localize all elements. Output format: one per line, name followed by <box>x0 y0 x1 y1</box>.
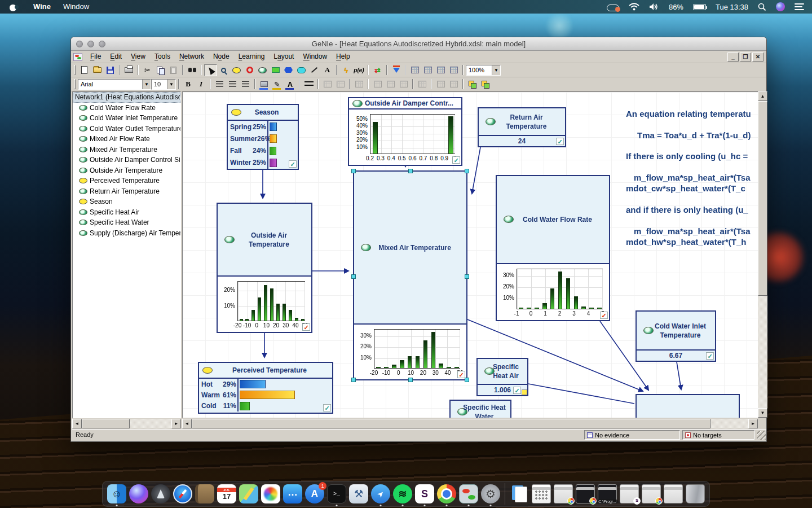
dock-appstore-icon[interactable]: 1 <box>305 484 324 503</box>
node-return-air-temperature[interactable]: Return Air Temperature 24 ✓ <box>478 107 566 147</box>
dock-thumb-dark[interactable] <box>576 484 595 503</box>
copy-icon[interactable] <box>154 64 167 76</box>
dock-siri-icon[interactable] <box>129 484 148 503</box>
canvas-hscrollbar[interactable]: ◄ ► <box>182 419 758 428</box>
subnetwork-icon-4[interactable] <box>447 64 460 76</box>
apple-menu-icon[interactable] <box>9 3 17 11</box>
selection-handle[interactable] <box>351 378 356 382</box>
utility-node-tool-icon[interactable] <box>282 64 295 76</box>
probability-evidence-icon[interactable]: p(e) <box>352 64 365 76</box>
menu-help[interactable]: Help <box>332 51 355 63</box>
align-nodes-icon[interactable] <box>321 78 334 90</box>
dock-genie-icon[interactable] <box>459 484 478 503</box>
subnetwork-icon-1[interactable] <box>408 64 421 76</box>
dock-safari-icon[interactable] <box>173 484 192 503</box>
dock-spotify-icon[interactable] <box>393 484 412 503</box>
arc-tool-icon[interactable] <box>308 64 321 76</box>
scroll-left-button[interactable]: ◄ <box>182 419 192 428</box>
equation-node-tool-icon[interactable] <box>256 64 269 76</box>
node-outside-air-damper-control[interactable]: Outside Air Damper Contr... 0.20.30.40.5… <box>348 97 462 166</box>
update-check-icon[interactable]: ✓ <box>513 387 521 394</box>
selection-handle[interactable] <box>351 274 356 279</box>
dropdown-arrow-icon[interactable]: ▼ <box>167 80 175 89</box>
dropdown-arrow-icon[interactable]: ▼ <box>142 80 151 89</box>
update-check-icon[interactable]: ✓ <box>452 156 460 164</box>
siri-icon[interactable] <box>776 2 785 11</box>
selection-handle[interactable] <box>465 169 469 173</box>
pen-color-icon[interactable]: ✎ <box>271 78 284 90</box>
annotation-note-icon[interactable] <box>522 389 527 395</box>
node-outside-air-temperature[interactable]: Outside Air Temperature -20-100102030405… <box>217 203 312 333</box>
font-color-icon[interactable]: A <box>284 78 297 90</box>
center-h-icon[interactable] <box>434 78 447 90</box>
tree-root-network[interactable]: Network1 (Heat Equations Autodiscretized… <box>73 92 180 103</box>
menubar-item-wine[interactable]: Wine <box>27 0 57 14</box>
save-icon[interactable] <box>104 64 117 76</box>
update-check-icon[interactable]: ✓ <box>457 371 465 378</box>
node-season[interactable]: Season Spring25%Summer26%Fall24%Winter25… <box>227 104 299 170</box>
node-cold-water-inlet-temperature[interactable]: Cold Water Inlet Temperature 6.67 ✓ <box>636 310 716 362</box>
tree-item-outside-air-temperature[interactable]: Outside Air Temperature <box>73 165 180 176</box>
tree-item-supply-discharge-air-temperature[interactable]: Supply (Discharge) Air Temperature <box>73 228 180 239</box>
update-check-icon[interactable]: ✓ <box>323 404 331 411</box>
zoom-tool-icon[interactable] <box>217 64 230 76</box>
dock-finder-icon[interactable] <box>107 484 126 503</box>
minimize-button[interactable]: _ <box>727 52 739 62</box>
tree-item-specific-heat-air[interactable]: Specific Heat Air <box>73 207 180 218</box>
node-cold-water-flow-rate[interactable]: Cold Water Flow Rate -101234530%20%10% ✓ <box>496 175 610 321</box>
chance-node-tool-icon[interactable] <box>230 64 243 76</box>
update-beliefs-icon[interactable]: ϟ <box>339 64 352 76</box>
dock-thumb-console[interactable]: C:\Progr... <box>598 484 617 503</box>
menubar-clock[interactable]: Tue 13:38 <box>716 3 748 11</box>
wifi-icon[interactable] <box>629 3 639 11</box>
selection-handle[interactable] <box>351 169 356 173</box>
node-mixed-air-temperature[interactable]: Mixed Air Temperature -20-10010203040503… <box>353 170 467 380</box>
paste-icon[interactable] <box>167 64 180 76</box>
align-center-icon[interactable] <box>226 78 239 90</box>
dock-thumb-slack[interactable] <box>620 484 639 503</box>
dock-sysprefs-icon[interactable] <box>481 484 500 503</box>
dock-thumb-chrome-2[interactable] <box>642 484 661 503</box>
scroll-left-button[interactable]: ◄ <box>72 419 82 428</box>
zoom-select[interactable]: 100%▼ <box>466 65 501 76</box>
cloud-status-icon[interactable] <box>607 3 619 11</box>
node-specific-heat-air[interactable]: Specific Heat Air 1.006 ✓ <box>476 358 528 396</box>
tree-item-cold-water-outlet-temperature[interactable]: Cold Water Outlet Temperature <box>73 124 180 134</box>
decision-node-tool-icon[interactable] <box>269 64 282 76</box>
grid-snap-icon[interactable] <box>416 78 429 90</box>
close-traffic-light[interactable] <box>76 41 83 47</box>
dock-terminal-icon[interactable] <box>327 484 346 503</box>
tree-item-outside-air-damper-control-signal[interactable]: Outside Air Damper Control Signal <box>73 155 180 165</box>
volume-icon[interactable] <box>649 3 659 11</box>
font-size-select[interactable]: 10▼ <box>151 79 176 90</box>
dock-xcode-icon[interactable] <box>349 484 368 503</box>
scroll-thumb[interactable] <box>82 419 130 428</box>
tree-item-cold-water-flow-rate[interactable]: Cold Water Flow Rate <box>73 103 180 113</box>
dock-paperplane-icon[interactable] <box>371 484 390 503</box>
sidebar-hscrollbar[interactable]: ◄ ► <box>72 419 181 428</box>
maximize-traffic-light[interactable] <box>99 41 105 47</box>
font-family-select[interactable]: Arial▼ <box>78 79 151 90</box>
open-file-icon[interactable] <box>91 64 104 76</box>
menu-edit[interactable]: Edit <box>105 51 126 63</box>
update-check-icon[interactable]: ✓ <box>289 160 297 168</box>
layout-filter-icon[interactable] <box>390 64 403 76</box>
center-v-icon[interactable] <box>447 78 460 90</box>
menubar-item-window[interactable]: Window <box>57 0 95 14</box>
dock-launchpad-icon[interactable] <box>151 484 170 503</box>
selection-handle[interactable] <box>465 378 469 382</box>
dock-calendar-icon[interactable]: 17 <box>217 484 236 503</box>
dock-trash-icon[interactable] <box>686 484 705 503</box>
subnetwork-icon-2[interactable] <box>421 64 434 76</box>
dock-photos-icon[interactable] <box>261 484 280 503</box>
scroll-up-button[interactable]: ▲ <box>758 91 767 101</box>
deterministic-node-tool-icon[interactable] <box>243 64 256 76</box>
align-left-icon[interactable] <box>213 78 226 90</box>
dock-maps-icon[interactable] <box>239 484 258 503</box>
close-button[interactable]: ✕ <box>752 52 764 62</box>
dock-thumb-chrome-1[interactable] <box>554 484 573 503</box>
fill-color-icon[interactable] <box>258 78 271 90</box>
scroll-thumb[interactable] <box>758 101 767 296</box>
select-tool-icon[interactable] <box>204 64 217 76</box>
node-perceived-temperature[interactable]: Perceived Temperature Hot29%Warm61%Cold1… <box>198 362 333 414</box>
